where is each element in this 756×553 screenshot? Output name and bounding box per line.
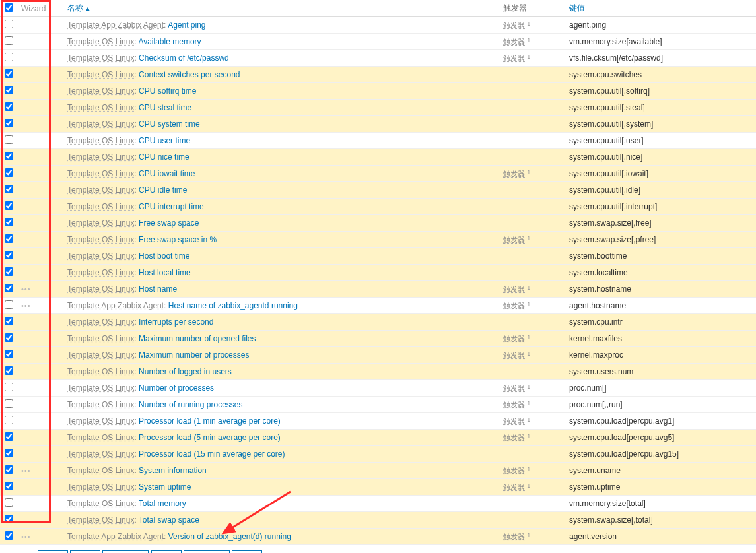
wizard-dots-icon[interactable]: ••• [21, 467, 31, 474]
row-checkbox[interactable] [5, 284, 13, 292]
trigger-link[interactable]: 触发器 [503, 351, 525, 359]
template-link[interactable]: Template OS Linux [67, 383, 134, 393]
wizard-dots-icon[interactable]: ••• [21, 302, 31, 309]
row-checkbox[interactable] [5, 416, 13, 424]
item-link[interactable]: CPU softirq time [139, 86, 196, 96]
trigger-link[interactable]: 触发器 [503, 335, 525, 342]
row-checkbox[interactable] [5, 465, 13, 474]
template-link[interactable]: Template OS Linux [67, 86, 134, 96]
item-link[interactable]: Number of running processes [139, 400, 242, 409]
row-checkbox[interactable] [5, 69, 13, 78]
action-button[interactable]: 批量更新 [184, 550, 230, 553]
item-link[interactable]: Number of processes [139, 383, 214, 393]
template-link[interactable]: Template OS Linux [67, 433, 134, 442]
wizard-dots-icon[interactable]: ••• [21, 533, 31, 540]
template-link[interactable]: Template OS Linux [67, 152, 134, 162]
action-button[interactable]: 禁用 [70, 550, 100, 553]
template-link[interactable]: Template OS Linux [67, 317, 134, 327]
item-link[interactable]: System information [139, 466, 207, 475]
action-button[interactable]: 清除历史 [102, 550, 149, 553]
template-link[interactable]: Template App Zabbix Agent [67, 20, 164, 30]
template-link[interactable]: Template App Zabbix Agent [67, 301, 164, 310]
template-link[interactable]: Template OS Linux [67, 169, 134, 178]
template-link[interactable]: Template OS Linux [67, 202, 134, 211]
item-link[interactable]: Processor load (5 min average per core) [139, 433, 281, 442]
item-link[interactable]: Maximum number of opened files [139, 334, 256, 343]
wizard-dots-icon[interactable]: ••• [21, 285, 31, 293]
item-link[interactable]: CPU steal time [139, 103, 191, 112]
template-link[interactable]: Template App Zabbix Agent [67, 532, 164, 541]
item-link[interactable]: Processor load (15 min average per core) [139, 449, 285, 459]
item-link[interactable]: Host name [139, 284, 177, 294]
row-checkbox[interactable] [5, 300, 13, 309]
item-link[interactable]: Total memory [139, 499, 186, 508]
row-checkbox[interactable] [5, 449, 13, 457]
row-checkbox[interactable] [5, 201, 13, 210]
select-all-checkbox[interactable] [5, 3, 13, 12]
template-link[interactable]: Template OS Linux [67, 119, 134, 129]
item-link[interactable]: Checksum of /etc/passwd [139, 53, 229, 63]
item-link[interactable]: Host name of zabbix_agentd running [168, 301, 298, 310]
trigger-link[interactable]: 触发器 [503, 54, 525, 62]
template-link[interactable]: Template OS Linux [67, 268, 134, 277]
item-link[interactable]: Version of zabbix_agent(d) running [168, 532, 291, 541]
template-link[interactable]: Template OS Linux [67, 416, 134, 426]
trigger-link[interactable]: 触发器 [503, 21, 525, 29]
template-link[interactable]: Template OS Linux [67, 37, 134, 46]
template-link[interactable]: Template OS Linux [67, 235, 134, 244]
action-button[interactable]: 复制 [151, 550, 182, 553]
row-checkbox[interactable] [5, 185, 13, 193]
row-checkbox[interactable] [5, 350, 13, 358]
trigger-link[interactable]: 触发器 [503, 434, 525, 441]
row-checkbox[interactable] [5, 20, 13, 28]
template-link[interactable]: Template OS Linux [67, 185, 134, 195]
row-checkbox[interactable] [5, 482, 13, 490]
item-link[interactable]: Maximum number of processes [139, 350, 249, 360]
row-checkbox[interactable] [5, 251, 13, 259]
template-link[interactable]: Template OS Linux [67, 284, 134, 294]
action-button[interactable]: 启用 [38, 550, 68, 553]
row-checkbox[interactable] [5, 267, 13, 276]
template-link[interactable]: Template OS Linux [67, 449, 134, 459]
trigger-link[interactable]: 触发器 [503, 285, 525, 293]
trigger-link[interactable]: 触发器 [503, 302, 525, 309]
template-link[interactable]: Template OS Linux [67, 466, 134, 475]
item-link[interactable]: System uptime [139, 482, 191, 492]
header-wizard[interactable]: Wizard [17, 0, 63, 17]
row-checkbox[interactable] [5, 498, 13, 507]
item-link[interactable]: Number of logged in users [139, 367, 232, 376]
trigger-link[interactable]: 触发器 [503, 170, 525, 178]
item-link[interactable]: CPU system time [139, 119, 200, 129]
item-link[interactable]: CPU idle time [139, 185, 187, 195]
item-link[interactable]: Host local time [139, 268, 191, 277]
template-link[interactable]: Template OS Linux [67, 515, 134, 525]
template-link[interactable]: Template OS Linux [67, 136, 134, 145]
template-link[interactable]: Template OS Linux [67, 367, 134, 376]
template-link[interactable]: Template OS Linux [67, 350, 134, 360]
item-link[interactable]: Total swap space [139, 515, 199, 525]
template-link[interactable]: Template OS Linux [67, 334, 134, 343]
row-checkbox[interactable] [5, 515, 13, 523]
trigger-link[interactable]: 触发器 [503, 417, 525, 425]
template-link[interactable]: Template OS Linux [67, 499, 134, 508]
trigger-link[interactable]: 触发器 [503, 533, 525, 540]
row-checkbox[interactable] [5, 317, 13, 325]
row-checkbox[interactable] [5, 399, 13, 408]
header-name[interactable]: 名称 [63, 0, 499, 17]
trigger-link[interactable]: 触发器 [503, 236, 525, 244]
item-link[interactable]: CPU nice time [139, 152, 189, 162]
item-link[interactable]: Agent ping [168, 20, 205, 30]
template-link[interactable]: Template OS Linux [67, 251, 134, 261]
template-link[interactable]: Template OS Linux [67, 70, 134, 79]
item-link[interactable]: CPU iowait time [139, 169, 195, 178]
row-checkbox[interactable] [5, 53, 13, 61]
row-checkbox[interactable] [5, 432, 13, 441]
template-link[interactable]: Template OS Linux [67, 53, 134, 63]
row-checkbox[interactable] [5, 102, 13, 111]
row-checkbox[interactable] [5, 333, 13, 342]
row-checkbox[interactable] [5, 383, 13, 391]
row-checkbox[interactable] [5, 36, 13, 45]
trigger-link[interactable]: 触发器 [503, 38, 525, 46]
item-link[interactable]: Processor load (1 min average per core) [139, 416, 281, 426]
header-key[interactable]: 键值 [565, 0, 756, 17]
